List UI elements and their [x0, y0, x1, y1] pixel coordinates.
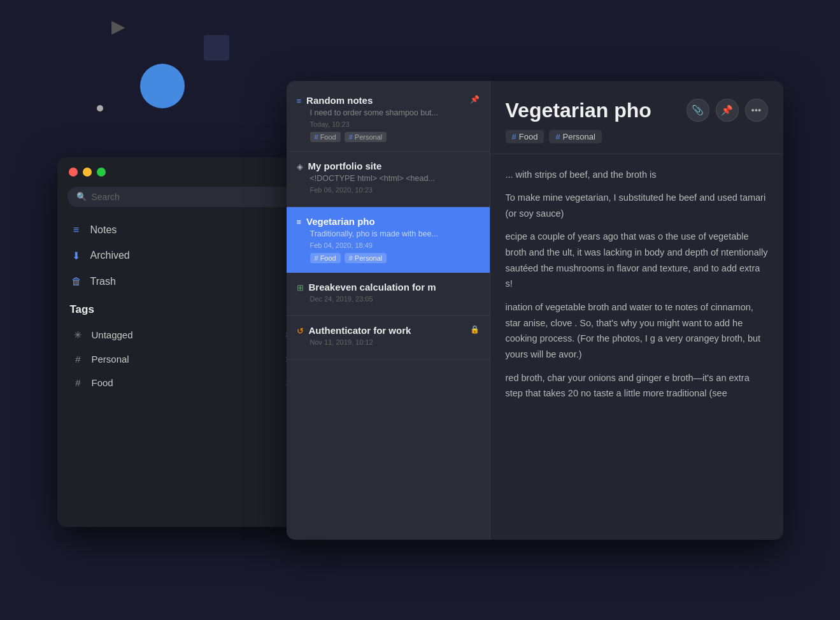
note-header: ⊞ Breakeven calculation for m: [297, 282, 480, 292]
note-item-veg-pho[interactable]: ≡ Vegetarian pho Traditionally, pho is m…: [287, 207, 490, 273]
note-title: Random notes: [306, 95, 464, 106]
sidebar-item-archived[interactable]: ⬇ Archived: [62, 243, 301, 269]
note-preview: Traditionally, pho is made with bee...: [297, 229, 480, 238]
note-header: ↺ Authenticator for work 🔒: [297, 325, 480, 336]
detail-paragraph-5: red broth, char your onions and ginger e…: [506, 370, 768, 401]
untagged-icon: ✳: [73, 329, 84, 341]
untagged-label: Untagged: [92, 329, 278, 340]
sidebar-item-trash[interactable]: 🗑 Trash: [62, 269, 301, 294]
personal-label: Personal: [92, 354, 278, 364]
note-item-authenticator[interactable]: ↺ Authenticator for work 🔒 Nov 11, 2019,…: [287, 316, 490, 359]
note-title: Vegetarian pho: [306, 216, 479, 227]
note-tag: # Personal: [345, 132, 387, 142]
sidebar-item-untagged[interactable]: ✳ Untagged 8: [65, 323, 298, 347]
note-preview: <!DOCTYPE html> <html> <head...: [297, 174, 480, 183]
archived-icon: ⬇: [70, 250, 83, 262]
tag-personal: Personal: [355, 254, 382, 262]
sidebar-item-personal[interactable]: # Personal 2: [65, 347, 298, 371]
search-bar[interactable]: 🔍 Search: [68, 187, 295, 207]
note-type-icon: ≡: [297, 217, 302, 227]
more-options-button[interactable]: •••: [745, 99, 768, 122]
note-tag: # Food: [310, 253, 341, 263]
note-date: Feb 06, 2020, 10:23: [297, 186, 480, 194]
note-type-icon: ↺: [297, 326, 304, 336]
note-header: ◈ My portfolio site: [297, 161, 480, 171]
note-tag: # Food: [310, 132, 341, 142]
archived-label: Archived: [90, 250, 293, 261]
detail-tag-hash: #: [555, 132, 560, 141]
detail-tag-personal: # Personal: [549, 130, 602, 143]
detail-tag-food-label: Food: [519, 132, 538, 141]
notes-icon: ≡: [70, 224, 83, 236]
decorative-rect: [204, 35, 229, 61]
nav-section: ≡ Notes 5 ⬇ Archived 🗑 Trash: [57, 217, 306, 294]
lock-icon: 🔒: [470, 325, 480, 334]
tag-hash-icon: #: [315, 133, 318, 141]
notes-label: Notes: [90, 224, 280, 236]
search-icon: 🔍: [76, 192, 87, 201]
pin-button[interactable]: 📌: [716, 99, 739, 122]
food-label: Food: [92, 377, 278, 388]
note-date: Feb 04, 2020, 18:49: [297, 242, 480, 249]
notes-list: ≡ Random notes 📌 I need to order some sh…: [287, 81, 490, 540]
note-item-breakeven[interactable]: ⊞ Breakeven calculation for m Dec 24, 20…: [287, 273, 490, 316]
note-date: Dec 24, 2019, 23:05: [297, 295, 480, 303]
tag-hash-icon: #: [349, 133, 353, 141]
maximize-button[interactable]: [97, 168, 106, 177]
trash-icon: 🗑: [70, 276, 83, 287]
detail-tags: # Food # Personal: [506, 130, 768, 143]
note-title: Breakeven calculation for m: [309, 282, 480, 292]
sidebar-item-food[interactable]: # Food 2: [65, 371, 298, 394]
note-date: Today, 10:23: [297, 120, 480, 128]
tags-header-label: Tags: [70, 303, 94, 316]
tags-section: Tags + ✳ Untagged 8 # Personal 2 # Food …: [57, 294, 306, 394]
pin-icon: 📌: [470, 95, 480, 104]
minimize-button[interactable]: [83, 168, 92, 177]
decorative-arrow: ▶: [111, 16, 125, 37]
note-title: Authenticator for work: [309, 325, 465, 336]
tag-hash-icon: #: [315, 254, 318, 262]
note-type-icon: ≡: [297, 96, 302, 106]
main-window: ≡ Random notes 📌 I need to order some sh…: [287, 81, 783, 540]
personal-tag-icon: #: [73, 354, 84, 364]
note-tags: # Food # Personal: [297, 132, 480, 142]
detail-header: Vegetarian pho # Food # Personal 📎 📌 •••: [490, 81, 783, 154]
tag-food: Food: [320, 133, 336, 141]
note-detail: Vegetarian pho # Food # Personal 📎 📌 •••: [490, 81, 783, 540]
detail-tag-hash: #: [512, 132, 516, 141]
note-preview: I need to order some shampoo but...: [297, 108, 480, 117]
detail-actions: 📎 📌 •••: [687, 99, 768, 122]
detail-tag-food: # Food: [506, 130, 545, 143]
search-placeholder: Search: [92, 192, 120, 202]
trash-label: Trash: [90, 276, 293, 287]
note-item-random-notes[interactable]: ≡ Random notes 📌 I need to order some sh…: [287, 86, 490, 152]
note-type-icon: ◈: [297, 162, 303, 171]
note-tags: # Food # Personal: [297, 253, 480, 263]
note-type-icon: ⊞: [297, 283, 304, 292]
app-wrapper: 🔍 Search ≡ Notes 5 ⬇ Archived 🗑 Trash Ta…: [57, 81, 783, 540]
tag-hash-icon: #: [349, 254, 353, 262]
note-header: ≡ Random notes 📌: [297, 95, 480, 106]
detail-text: ... with strips of beef, and the broth i…: [506, 167, 768, 401]
detail-tag-personal-label: Personal: [563, 132, 595, 141]
detail-paragraph-1: ... with strips of beef, and the broth i…: [506, 167, 768, 183]
detail-paragraph-2: To make mine vegetarian, I substituted h…: [506, 190, 768, 221]
detail-body: ... with strips of beef, and the broth i…: [490, 154, 783, 540]
tag-food: Food: [320, 254, 336, 262]
tags-header: Tags +: [65, 303, 298, 323]
sidebar-window: 🔍 Search ≡ Notes 5 ⬇ Archived 🗑 Trash Ta…: [57, 157, 306, 527]
close-button[interactable]: [69, 168, 78, 177]
sidebar-item-notes[interactable]: ≡ Notes 5: [62, 217, 301, 243]
window-controls: [57, 157, 306, 184]
detail-paragraph-4: ination of vegetable broth and water to …: [506, 299, 768, 363]
note-title: My portfolio site: [308, 161, 480, 171]
note-header: ≡ Vegetarian pho: [297, 216, 480, 227]
attachment-button[interactable]: 📎: [687, 99, 709, 122]
tag-personal: Personal: [355, 133, 382, 141]
note-date: Nov 11, 2019, 10:12: [297, 338, 480, 346]
note-item-portfolio[interactable]: ◈ My portfolio site <!DOCTYPE html> <htm…: [287, 152, 490, 207]
note-tag: # Personal: [345, 253, 387, 263]
food-tag-icon: #: [73, 377, 84, 388]
detail-paragraph-3: ecipe a couple of years ago that was o t…: [506, 229, 768, 292]
